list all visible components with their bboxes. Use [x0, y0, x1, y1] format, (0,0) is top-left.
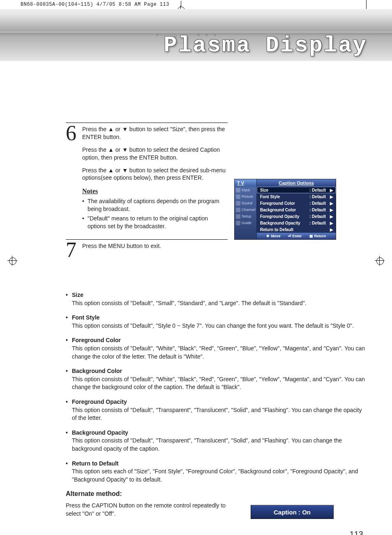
bullet-icon: • — [66, 429, 68, 453]
caption-status-box: Caption : On — [251, 505, 334, 519]
chevron-right-icon: ▶ — [330, 221, 333, 225]
osd-side-setup: Setup — [235, 213, 256, 220]
alternate-method-text: Press the CAPTION button on the remote c… — [66, 502, 238, 518]
input-icon — [236, 188, 240, 192]
osd-footer: ✥Move ⏎Enter ▣Return — [257, 233, 336, 239]
page-content: T V Caption Options Input Picture Sound … — [0, 61, 392, 535]
osd-tv-label: T V — [235, 179, 257, 187]
osd-row-fgcolor: Foreground Color: Default▶ — [257, 200, 336, 206]
desc-bgcolor: •Background ColorThis option consists of… — [66, 367, 367, 391]
step-number: 6 — [66, 125, 80, 232]
chevron-right-icon: ▶ — [330, 195, 333, 199]
banner: Plasma Display — [0, 9, 392, 61]
osd-side-channel: Channel — [235, 206, 256, 213]
chevron-right-icon: ▶ — [330, 227, 333, 232]
sound-icon — [236, 201, 240, 206]
osd-row-bgcolor: Background Color: Default▶ — [257, 206, 336, 213]
bullet-icon: • — [66, 460, 68, 484]
chevron-right-icon: ▶ — [330, 208, 333, 212]
down-triangle-icon: ▼ — [122, 167, 128, 174]
updown-icon: ✥ — [266, 234, 270, 238]
setup-icon — [236, 214, 240, 219]
step-number: 7 — [66, 241, 80, 259]
picture-icon — [236, 195, 240, 199]
alternate-method-heading: Alternate method: — [66, 490, 367, 498]
desc-size: •SizeThis option consists of "Default", … — [66, 291, 367, 307]
banner-title: Plasma Display — [164, 33, 367, 58]
osd-foot-move: ✥Move — [266, 234, 280, 238]
option-descriptions: •SizeThis option consists of "Default", … — [66, 291, 367, 484]
bullet-icon: • — [66, 336, 68, 361]
osd-title: Caption Options — [257, 179, 336, 187]
page-number: 113 — [66, 530, 367, 535]
chevron-right-icon: ▶ — [330, 214, 333, 219]
bullet-icon: • — [82, 197, 84, 213]
osd-main: Size: Default▶ Font Style: Default▶ Fore… — [257, 187, 336, 239]
osd-row-bgopacity: Background Opacity: Default▶ — [257, 220, 336, 226]
chevron-right-icon: ▶ — [330, 188, 333, 192]
bullet-icon: • — [66, 398, 68, 422]
notes-list: •The availability of captions depends on… — [82, 197, 228, 230]
step-body: Press the MENU button to exit. — [82, 242, 228, 259]
desc-fontstyle: •Font StyleThis option consists of "Defa… — [66, 314, 367, 330]
osd-row-fgopacity: Foreground Opacity: Default▶ — [257, 213, 336, 220]
guide-icon — [236, 221, 240, 225]
channel-icon — [236, 208, 240, 212]
osd-row-size: Size: Default▶ — [257, 187, 336, 193]
note-item: •The availability of captions depends on… — [82, 197, 228, 213]
desc-bgopacity: •Background OpacityThis option consists … — [66, 429, 367, 453]
step-7: 7 Press the MENU button to exit. — [66, 239, 228, 259]
note-item: •"Default" means to return to the origin… — [82, 215, 228, 230]
osd-side-sound: Sound — [235, 200, 256, 206]
step-6: 6 Press the ▲ or ▼ button to select "Siz… — [66, 123, 228, 232]
step7-p1: Press the MENU button to exit. — [82, 242, 228, 250]
osd-side-picture: Picture — [235, 193, 256, 200]
desc-fgopacity: •Foreground OpacityThis option consists … — [66, 398, 367, 422]
bullet-icon: • — [82, 215, 84, 230]
desc-fgcolor: •Foreground ColorThis option consists of… — [66, 336, 367, 361]
down-triangle-icon: ▼ — [122, 146, 128, 153]
up-triangle-icon: ▲ — [108, 146, 114, 153]
alternate-method-row: Press the CAPTION button on the remote c… — [66, 502, 367, 519]
registration-mark-right-icon — [376, 257, 384, 265]
chevron-right-icon: ▶ — [330, 201, 333, 206]
registration-mark-left-icon — [8, 257, 16, 265]
print-header-text: BN68-00835A-00(104~115) 4/7/05 8:58 AM P… — [21, 2, 169, 7]
step6-p3: Press the ▲ or ▼ button to select the de… — [82, 167, 228, 182]
print-header: BN68-00835A-00(104~115) 4/7/05 8:58 AM P… — [0, 0, 392, 9]
desc-returndefault: •Return to DefaultThis option sets each … — [66, 460, 367, 484]
return-icon: ▣ — [309, 234, 313, 238]
osd-menu: T V Caption Options Input Picture Sound … — [234, 179, 336, 240]
osd-row-return: Return to Default▶ — [257, 226, 336, 233]
down-triangle-icon: ▼ — [122, 126, 128, 132]
osd-row-fontstyle: Font Style: Default▶ — [257, 193, 336, 200]
osd-side-input: Input — [235, 187, 256, 193]
up-triangle-icon: ▲ — [108, 167, 114, 174]
up-triangle-icon: ▲ — [108, 126, 114, 132]
bullet-icon: • — [66, 291, 68, 307]
enter-icon: ⏎ — [288, 234, 291, 238]
notes-heading: Notes — [82, 187, 228, 196]
step-body: Press the ▲ or ▼ button to select "Size"… — [82, 125, 228, 232]
bullet-icon: • — [66, 367, 68, 391]
bullet-icon: • — [66, 314, 68, 330]
step6-p2: Press the ▲ or ▼ button to select the de… — [82, 146, 228, 162]
osd-sidebar: Input Picture Sound Channel Setup Guide — [235, 187, 257, 239]
step6-p1: Press the ▲ or ▼ button to select "Size"… — [82, 125, 228, 141]
osd-foot-return: ▣Return — [309, 234, 326, 238]
osd-foot-enter: ⏎Enter — [288, 234, 302, 238]
osd-side-guide: Guide — [235, 220, 256, 226]
